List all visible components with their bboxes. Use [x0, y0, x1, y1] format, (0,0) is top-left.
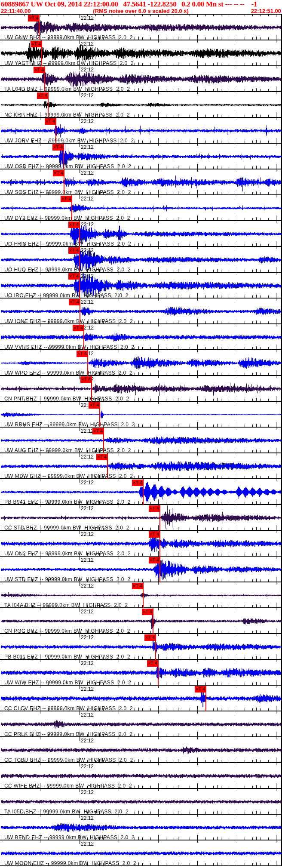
trace-label: CC PRLK BHZ -- 99999.0km BW HIGHPASS 2.0…: [4, 731, 133, 737]
minute-tick-label: 22:12: [81, 815, 94, 821]
minute-tick-label: 22:12: [81, 15, 94, 21]
pick-flag[interactable]: ×T 4: [96, 454, 107, 460]
minute-tick-label: 22:12: [81, 299, 94, 305]
trace-row-rrhs: 22:12×T 4UW RRHS EHZ -- 99999.0km BW HIG…: [0, 402, 282, 428]
trace-row-vvhs: 22:12×T 4UW VVHS EHZ -- 99999.0km BW HIG…: [0, 324, 282, 350]
trace-row-mdw: 22:12×T 4UW MDW EHZ -- 99999.0km BW HIGH…: [0, 453, 282, 479]
pick-flag[interactable]: ×T 4: [132, 480, 143, 486]
trace-row-bend: 22:12UW BEND EHZ -- 99999.0km BW HIGHPAS…: [0, 815, 282, 840]
minute-tick-label: 22:12: [81, 67, 94, 73]
trace-label: UW JORV EHZ -- 99999.0km BW HIGHPASS 2.0…: [4, 138, 134, 144]
time-window-bar: 22:11:40.00 (RMS noise over 6.0 s scaled…: [0, 8, 282, 14]
trace-label: UW STD EHZ -- 99999.0km BW HIGHPASS 2.0 …: [4, 576, 130, 582]
pick-flag[interactable]: ×T 4: [80, 376, 92, 383]
trace-row-std: 22:12×T 4UW STD EHZ -- 99999.0km BW HIGH…: [0, 557, 282, 582]
trace-row-b011: 22:12×T 4PB B011 EHZ -- 99999.0km BW HIG…: [0, 634, 282, 660]
trace-label: UW ON2 EHZ -- 99999.0km BW HIGHPASS 2.0 …: [4, 551, 131, 557]
minute-tick-label: 22:12: [81, 144, 94, 150]
trace-label: UW VVHS EHZ -- 99999.0km BW HIGHPASS 2.0…: [4, 344, 135, 350]
event-summary: 60889867 UW Oct 09, 2014 22:12:00.00 47.…: [0, 0, 282, 8]
minute-tick-label: 22:12: [81, 454, 94, 460]
trace-label: PB B011 EHZ -- 99999.0km BW HIGHPASS 2.0…: [4, 654, 130, 660]
minute-tick-label: 22:12: [81, 660, 94, 666]
trace-label: CC CLCV EHZ -- 99999.0km BW HIGHPASS 2.0…: [4, 705, 133, 711]
trace-label: PB B941 EHZ -- 99999.0km BW HIGHPASS 2.0…: [4, 499, 131, 505]
trace-row-iro: 22:12×T 4UO IRO EHZ -- 99999.0km BW HIGH…: [0, 273, 282, 299]
trace-label: UW SOS EHZ -- 99999.0km BW HIGHPASS 2.0 …: [4, 189, 131, 195]
minute-tick-label: 22:12: [81, 170, 94, 176]
trace-row-i04a: 22:12×T 4TA I04A BHZ -- 99999.0km BW HIG…: [0, 582, 282, 608]
minute-tick-label: 22:12: [81, 583, 94, 589]
window-start-time: 22:11:40.00: [1, 8, 31, 14]
minute-tick-label: 22:12: [81, 505, 94, 511]
pick-flag[interactable]: ×T 4: [149, 531, 160, 538]
trace-list: 22:12×T 4UW GNW BHZ -- 99999.0km BW HIGH…: [0, 15, 282, 866]
trace-label: NC KRP HHZ -- 99999.0km BW HIGHPASS 2.0 …: [4, 112, 130, 118]
trace-label: TA I05D BHZ -- 99999.0km BW HIGHPASS 2.0…: [4, 809, 129, 815]
minute-tick-label: 22:12: [81, 686, 94, 692]
trace-label: UW YACT HHZ -- 99999.0km BW HIGHPASS 2.0…: [4, 60, 134, 66]
pick-flag[interactable]: ×T 4: [149, 505, 160, 512]
pick-flag[interactable]: ×T 4: [89, 402, 100, 409]
trace-row-std: 22:12×T 4CC STD BHZ -- 99999.0km BW HIGH…: [0, 505, 282, 531]
trace-row-gnw: 22:12×T 4UW GNW BHZ -- 99999.0km BW HIGH…: [0, 15, 282, 40]
trace-row-ione: 22:12×T 4UW IONE EHZ -- 99999.0km BW HIG…: [0, 299, 282, 324]
trace-row-wiw: 22:12×T 4UW WIW EHZ -- 99999.0km BW HIGH…: [0, 660, 282, 686]
minute-tick-label: 22:12: [81, 557, 94, 563]
trace-label: UO HUQ EHZ -- 99999.0km BW HIGHPASS 2.0 …: [4, 267, 131, 273]
trace-label: UW WPO EHZ -- 99999.0km BW HIGHPASS 2.0 …: [4, 370, 132, 376]
trace-row-jorv: 22:12×T 4UW JORV EHZ -- 99999.0km BW HIG…: [0, 118, 282, 144]
trace-row-moon: 22:12UW MOON EHZ -- 99999.0km BW HIGHPAS…: [0, 840, 282, 866]
minute-tick-label: 22:12: [81, 609, 94, 615]
trace-row-huq: 22:12×T 4UO HUQ EHZ -- 99999.0km BW HIGH…: [0, 247, 282, 273]
pick-flag[interactable]: ×T 4: [61, 196, 72, 202]
pick-flag[interactable]: ×T 4: [68, 247, 80, 254]
trace-row-krp: 22:12×T 4NC KRP HHZ -- 99999.0km BW HIGH…: [0, 92, 282, 118]
pick-flag[interactable]: ×T 4: [69, 299, 80, 305]
pick-flag[interactable]: ×T 4: [147, 660, 158, 667]
pick-flag[interactable]: ×T 4: [132, 583, 143, 589]
minute-tick-label: 22:12: [81, 222, 94, 228]
pick-flag[interactable]: ×T 4: [37, 92, 48, 99]
trace-label: UW AUG EHZ -- 99999.0km BW HIGHPASS 2.0 …: [4, 447, 131, 453]
trace-row-b941: 22:12×T 4PB B941 EHZ -- 99999.0km BW HIG…: [0, 479, 282, 505]
pick-flag[interactable]: ×T 4: [28, 15, 39, 22]
pick-flag[interactable]: ×T 4: [144, 634, 156, 641]
pick-flag[interactable]: ×T 4: [142, 609, 153, 615]
trace-label: UW GNW BHZ -- 99999.0km BW HIGHPASS 2.0 …: [4, 34, 133, 40]
pick-flag[interactable]: ×T 4: [195, 686, 206, 693]
trace-row-on2: 22:12×T 4UW ON2 EHZ -- 99999.0km BW HIGH…: [0, 531, 282, 557]
trace-row-tcbu: 22:12CC TCBU BHZ -- 99999.0km BW HIGHPAS…: [0, 737, 282, 763]
trace-row-pgc: 22:12×T 4CN PGC BHZ -- 99999.0km BW HIGH…: [0, 608, 282, 634]
trace-label: CN PNT BHZ -- 99999.0km BW HIGHPASS 2.0 …: [4, 396, 129, 402]
pick-flag[interactable]: ×T 4: [77, 351, 88, 357]
pick-flag[interactable]: ×T 4: [92, 428, 104, 434]
trace-label: UW BEND EHZ -- 99999.0km BW HIGHPASS 2.0…: [4, 834, 135, 840]
minute-tick-label: 22:12: [81, 531, 94, 537]
trace-row-pnt: 22:12×T 4CN PNT BHZ -- 99999.0km BW HIGH…: [0, 376, 282, 402]
pick-flag[interactable]: ×T 4: [149, 557, 160, 563]
minute-tick-label: 22:12: [81, 789, 94, 795]
trace-row-osd: 22:12×T 4UW OSD EHZ -- 99999.0km BW HIGH…: [0, 144, 282, 169]
trace-label: UW IONE EHZ -- 99999.0km BW HIGHPASS 2.0…: [4, 318, 133, 324]
pick-flag[interactable]: ×T 4: [68, 222, 80, 228]
pick-flag[interactable]: ×T 4: [68, 273, 80, 280]
trace-label: CN PGC BHZ -- 99999.0km BW HIGHPASS 2.0 …: [4, 628, 130, 634]
pick-flag[interactable]: ×T 4: [31, 41, 42, 47]
trace-label: UO IRO EHZ -- 99999.0km BW HIGHPASS 2.0 …: [4, 292, 129, 299]
minute-tick-label: 22:12: [81, 763, 94, 770]
pick-flag[interactable]: ×T 4: [52, 144, 64, 151]
pick-flag[interactable]: ×T 4: [34, 67, 45, 73]
pick-flag[interactable]: ×T 4: [45, 118, 56, 125]
scaling-note: (RMS noise over 6.0 s scaled 20.0 x): [93, 8, 189, 14]
pick-flag[interactable]: ×T 4: [53, 170, 64, 176]
minute-tick-label: 22:12: [81, 118, 94, 124]
minute-tick-label: 22:12: [81, 480, 94, 486]
minute-tick-label: 22:12: [81, 428, 94, 434]
trace-label: CC WIFE BHZ -- 99999.0km BW HIGHPASS 2.0…: [4, 783, 132, 789]
header: 60889867 UW Oct 09, 2014 22:12:00.00 47.…: [0, 0, 282, 14]
trace-row-clcv: 22:12×T 4CC CLCV EHZ -- 99999.0km BW HIG…: [0, 686, 282, 711]
pick-flag[interactable]: ×T 4: [73, 325, 84, 331]
trace-label: TA I04A BHZ -- 99999.0km BW HIGHPASS 2.0…: [4, 602, 128, 608]
trace-row-wife: 22:12CC WIFE BHZ -- 99999.0km BW HIGHPAS…: [0, 763, 282, 789]
